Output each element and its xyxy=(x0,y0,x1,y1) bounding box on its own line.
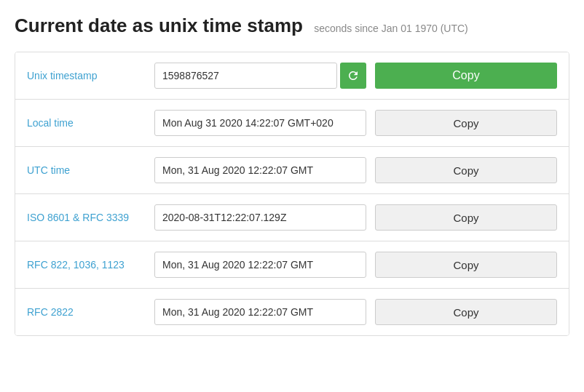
input-rfc-822-1036-1123[interactable] xyxy=(154,252,366,278)
title-text: Current date as unix time stamp xyxy=(15,15,303,36)
input-unix-timestamp[interactable] xyxy=(154,63,337,89)
rows-container: Unix timestamp CopyLocal timeCopyUTC tim… xyxy=(15,52,569,336)
copy-button-utc-time[interactable]: Copy xyxy=(375,157,557,183)
row-rfc-822-1036-1123: RFC 822, 1036, 1123Copy xyxy=(15,241,569,289)
row-unix-timestamp: Unix timestamp Copy xyxy=(15,52,569,100)
iso8601-link[interactable]: ISO 8601 xyxy=(27,212,70,223)
rfc1123-link[interactable]: 1123 xyxy=(102,259,125,271)
input-wrap-unix-timestamp xyxy=(154,63,366,89)
row-rfc-2822: RFC 2822Copy xyxy=(15,289,569,335)
input-rfc-2822[interactable] xyxy=(154,299,366,325)
label-rfc-822-1036-1123: RFC 822, 1036, 1123 xyxy=(27,259,154,271)
rfc822-link[interactable]: RFC 822 xyxy=(27,259,68,271)
label-utc-time: UTC time xyxy=(27,164,154,176)
label-unix-timestamp: Unix timestamp xyxy=(27,70,154,81)
copy-button-rfc-2822[interactable]: Copy xyxy=(375,299,557,325)
copy-button-iso8601-rfc3339[interactable]: Copy xyxy=(375,204,557,231)
copy-button-local-time[interactable]: Copy xyxy=(375,110,557,136)
input-wrap-local-time xyxy=(154,110,366,136)
label-rfc-2822: RFC 2822 xyxy=(27,306,154,318)
input-iso8601-rfc3339[interactable] xyxy=(154,204,366,231)
input-wrap-utc-time xyxy=(154,157,366,183)
row-utc-time: UTC timeCopy xyxy=(15,147,569,194)
input-local-time[interactable] xyxy=(154,110,366,136)
rfc1036-link[interactable]: 1036 xyxy=(74,259,96,271)
row-iso8601-rfc3339: ISO 8601 & RFC 3339Copy xyxy=(15,194,569,241)
page-title: Current date as unix time stamp seconds … xyxy=(15,15,569,37)
refresh-button[interactable] xyxy=(340,63,366,89)
subtitle-text: seconds since Jan 01 1970 (UTC) xyxy=(314,23,468,34)
label-local-time: Local time xyxy=(27,117,154,129)
input-utc-time[interactable] xyxy=(154,157,366,183)
copy-button-rfc-822-1036-1123[interactable]: Copy xyxy=(375,252,557,278)
input-wrap-rfc-2822 xyxy=(154,299,366,325)
row-local-time: Local timeCopy xyxy=(15,100,569,147)
rfc3339-link[interactable]: RFC 3339 xyxy=(82,212,129,223)
copy-button-unix-timestamp[interactable]: Copy xyxy=(375,63,557,89)
input-wrap-iso8601-rfc3339 xyxy=(154,204,366,231)
rfc2822-link[interactable]: RFC 2822 xyxy=(27,306,74,318)
input-wrap-rfc-822-1036-1123 xyxy=(154,252,366,278)
label-iso8601-rfc3339: ISO 8601 & RFC 3339 xyxy=(27,212,154,223)
